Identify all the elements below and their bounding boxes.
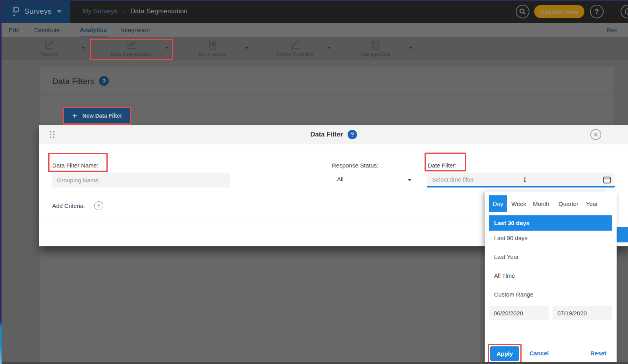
reset-button[interactable]: Reset	[590, 350, 606, 357]
tab-month[interactable]: Month	[531, 195, 552, 212]
questionpro-logo-icon	[12, 5, 20, 17]
toolbar-item-text-analysis[interactable]: Text Analysis	[181, 39, 244, 59]
toolbar-item-label: Text Analysis	[198, 51, 226, 57]
search-button[interactable]	[516, 5, 529, 18]
reports-dropdown-caret[interactable]	[81, 47, 85, 49]
response-status-label: Response Status:	[332, 162, 378, 169]
tab-year[interactable]: Year	[584, 195, 600, 212]
modal-help-icon[interactable]: ?	[348, 130, 357, 139]
toolbar-item-label: Manage Data	[361, 51, 390, 57]
breadcrumb-current-page: Data Segmentation	[130, 7, 188, 15]
tab-edit[interactable]: Edit	[9, 23, 19, 37]
dropdown-arrow-notch	[606, 188, 612, 191]
toolbar-item-data-segmentation[interactable]: Data Segmentation	[100, 39, 163, 59]
add-criteria-plus-icon[interactable]: +	[94, 201, 103, 210]
responses-link-partial[interactable]: Res	[607, 23, 617, 37]
manage-data-dropdown-caret[interactable]	[409, 47, 413, 49]
option-custom-range[interactable]: Custom Range	[494, 291, 533, 298]
close-icon[interactable]: ✕	[590, 129, 601, 140]
data-filter-name-label: Data Filter Name:	[52, 162, 99, 169]
product-name: Surveys	[24, 7, 51, 16]
response-status-select[interactable]: All	[337, 176, 344, 182]
date-filter-dropdown: Day Week Month Quarter Year Last 30 days…	[485, 191, 617, 364]
tab-integration[interactable]: Integration	[121, 23, 150, 37]
option-last-year[interactable]: Last Year	[494, 253, 519, 260]
bell-icon	[624, 8, 628, 15]
tab-quarter[interactable]: Quarter	[556, 195, 581, 212]
tab-week[interactable]: Week	[509, 195, 529, 212]
apply-button[interactable]: Apply	[490, 346, 519, 361]
page-title: Data Filters	[52, 76, 94, 86]
text-analysis-dropdown-caret[interactable]	[245, 47, 249, 49]
search-icon	[519, 8, 526, 15]
document-grid-icon	[206, 39, 218, 51]
new-data-filter-label: New Data Filter	[82, 113, 122, 119]
start-date-input[interactable]	[489, 306, 549, 320]
chevron-down-icon	[57, 10, 62, 13]
date-filter-label: Date Filter:	[428, 162, 456, 169]
database-icon	[370, 39, 382, 51]
upgrade-now-button[interactable]: Upgrade Now	[534, 5, 584, 18]
top-navigation-bar: Surveys My Surveys › Data Segmentation U…	[0, 0, 628, 23]
option-last-30-days[interactable]: Last 30 days	[489, 215, 612, 231]
option-all-time[interactable]: All Time	[494, 272, 515, 279]
window-frame-left	[0, 0, 2, 364]
line-chart-icon	[126, 39, 137, 51]
date-filter-placeholder: Select time filter	[432, 176, 474, 183]
analytics-toolbar: Reports Data Segmentation Text Analysis	[0, 37, 628, 60]
tab-analytics[interactable]: Analytics	[80, 23, 107, 37]
add-criteria-label: Add Criteria:	[52, 202, 85, 209]
survey-section-tabs: Edit Distribute Analytics Integration Re…	[0, 23, 628, 37]
end-date-input[interactable]	[553, 306, 612, 320]
toolbar-item-reports[interactable]: Reports	[18, 39, 81, 59]
window-frame-top	[0, 0, 628, 1]
chevron-down-icon[interactable]	[408, 179, 412, 181]
toolbar-item-choice-modelling[interactable]: Choice Modelling	[263, 39, 326, 59]
choice-modelling-dropdown-caret[interactable]	[327, 47, 331, 49]
modal-title: Data Filter	[310, 131, 343, 138]
calendar-icon[interactable]	[602, 175, 612, 184]
help-button[interactable]: ?	[590, 5, 604, 18]
date-filter-input[interactable]: Select time filter I	[427, 173, 615, 187]
breadcrumb: My Surveys › Data Segmentation	[82, 0, 187, 23]
modal-save-button-partial[interactable]	[617, 227, 628, 242]
breadcrumb-separator-icon: ›	[123, 8, 125, 15]
plus-icon: +	[72, 111, 77, 120]
modal-header: Data Filter ? ✕	[39, 125, 628, 144]
notifications-button[interactable]	[621, 5, 628, 18]
breadcrumb-my-surveys[interactable]: My Surveys	[82, 7, 117, 15]
toolbar-item-label: Reports	[40, 51, 58, 57]
cancel-button[interactable]: Cancel	[529, 350, 549, 357]
surveys-product-menu[interactable]: Surveys	[2, 0, 70, 23]
window-frame-bottom	[0, 362, 628, 364]
toolbar-item-label: Choice Modelling	[276, 51, 313, 57]
data-filter-name-input[interactable]	[52, 173, 230, 187]
divider	[40, 94, 613, 95]
line-chart-icon	[43, 39, 55, 51]
tab-distribute[interactable]: Distribute	[34, 23, 60, 37]
data-filters-help-icon[interactable]: ?	[99, 76, 109, 86]
scatter-chart-icon	[289, 39, 300, 51]
data-segmentation-dropdown-caret[interactable]	[165, 47, 169, 49]
option-last-90-days[interactable]: Last 90 days	[494, 235, 527, 241]
toolbar-item-manage-data[interactable]: Manage Data	[344, 39, 407, 59]
text-cursor-icon: I	[524, 175, 526, 183]
toolbar-item-label: Data Segmentation	[110, 51, 152, 57]
tab-day[interactable]: Day	[489, 195, 507, 212]
new-data-filter-button[interactable]: + New Data Filter	[64, 108, 130, 123]
